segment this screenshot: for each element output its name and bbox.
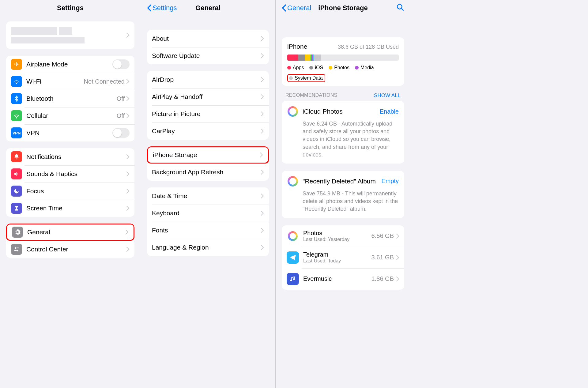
wifi-row[interactable]: Wi-Fi Not Connected	[6, 73, 134, 90]
legend-media: Media	[355, 65, 374, 70]
focus-row[interactable]: Focus	[6, 183, 134, 200]
chevron-right-icon	[396, 255, 399, 260]
background-refresh-row[interactable]: Background App Refresh	[147, 164, 269, 181]
page-title: Settings	[57, 4, 84, 12]
chevron-right-icon	[261, 170, 264, 175]
chevron-right-icon	[261, 77, 264, 82]
chevron-right-icon	[260, 153, 263, 157]
chevron-right-icon	[261, 245, 264, 250]
legend-system-data: System Data	[287, 74, 325, 82]
cellular-row[interactable]: Cellular Off	[6, 107, 134, 124]
profile-row[interactable]	[6, 21, 134, 49]
app-row-telegram[interactable]: Telegram Last Used: Today 3.61 GB	[282, 247, 404, 268]
chevron-right-icon	[126, 33, 130, 38]
cellular-icon	[11, 110, 22, 121]
chevron-right-icon	[261, 228, 264, 233]
bluetooth-row[interactable]: Bluetooth Off	[6, 90, 134, 107]
nav-general: Settings General	[147, 1, 269, 15]
chevron-right-icon	[261, 211, 264, 216]
language-row[interactable]: Language & Region	[147, 239, 269, 256]
datetime-row[interactable]: Date & Time	[147, 187, 269, 205]
system-group: General Control Center	[6, 224, 134, 258]
chevron-right-icon	[261, 94, 264, 99]
back-button[interactable]: Settings	[147, 4, 177, 12]
about-row[interactable]: About	[147, 30, 269, 47]
telegram-app-icon	[287, 251, 299, 264]
airplane-icon: ✈	[11, 59, 22, 70]
recommendations-header: RECOMMENDATIONS SHOW ALL	[282, 86, 404, 101]
speaker-icon	[11, 168, 22, 179]
hourglass-icon	[11, 203, 22, 214]
profile-group	[6, 21, 134, 49]
evermusic-app-icon	[287, 273, 299, 285]
vpn-row[interactable]: VPN VPN	[6, 124, 134, 141]
vpn-icon: VPN	[11, 127, 22, 138]
keyboard-row[interactable]: Keyboard	[147, 205, 269, 222]
chevron-right-icon	[126, 113, 130, 118]
notifications-group: Notifications Sounds & Haptics Focus Scr…	[6, 148, 134, 217]
app-row-evermusic[interactable]: Evermusic 1.86 GB	[282, 268, 404, 290]
photos-icon	[287, 176, 298, 187]
sounds-row[interactable]: Sounds & Haptics	[6, 165, 134, 183]
bluetooth-icon	[11, 93, 22, 104]
legend-apps: Apps	[287, 65, 304, 70]
legend-ios: iOS	[309, 65, 323, 70]
chevron-right-icon	[396, 277, 399, 281]
pip-row[interactable]: Picture in Picture	[147, 105, 269, 122]
recently-deleted-recommendation[interactable]: "Recently Deleted" Album Empty Save 754.…	[282, 171, 404, 218]
notifications-row[interactable]: Notifications	[6, 148, 134, 165]
photos-icon	[287, 106, 298, 117]
svg-point-1	[16, 117, 17, 118]
airdrop-group: AirDrop AirPlay & Handoff Picture in Pic…	[147, 71, 269, 140]
bell-icon	[11, 151, 22, 162]
vpn-toggle[interactable]	[112, 128, 130, 138]
wifi-icon	[11, 76, 22, 87]
controlcenter-row[interactable]: Control Center	[6, 241, 134, 258]
chevron-right-icon	[396, 234, 399, 239]
show-all-link[interactable]: SHOW ALL	[374, 92, 401, 99]
chevron-right-icon	[126, 96, 130, 101]
airplay-row[interactable]: AirPlay & Handoff	[147, 88, 269, 105]
storage-legend: Apps iOS Photos Media System Data	[287, 65, 399, 82]
app-row-photos[interactable]: Photos Last Used: Yesterday 6.56 GB	[282, 225, 404, 247]
chevron-right-icon	[126, 230, 129, 235]
chevron-right-icon	[126, 79, 130, 84]
connectivity-group: ✈ Airplane Mode Wi-Fi Not Connected Blue…	[6, 56, 134, 141]
chevron-right-icon	[261, 194, 264, 198]
svg-point-2	[15, 247, 16, 249]
svg-rect-5	[14, 250, 17, 251]
chevron-right-icon	[261, 111, 264, 116]
chevron-right-icon	[261, 129, 264, 134]
fonts-row[interactable]: Fonts	[147, 222, 269, 239]
chevron-right-icon	[126, 247, 130, 252]
chevron-right-icon	[126, 206, 130, 211]
airplane-mode-row[interactable]: ✈ Airplane Mode	[6, 56, 134, 73]
page-title: iPhone Storage	[318, 4, 368, 12]
iphone-storage-row[interactable]: iPhone Storage	[147, 146, 269, 164]
airplane-toggle[interactable]	[112, 59, 130, 69]
airdrop-row[interactable]: AirDrop	[147, 71, 269, 88]
nav-settings: Settings	[6, 1, 134, 15]
software-update-row[interactable]: Software Update	[147, 47, 269, 64]
sliders-icon	[11, 244, 22, 255]
search-icon[interactable]	[396, 3, 404, 13]
input-group: Date & Time Keyboard Fonts Language & Re…	[147, 187, 269, 256]
storage-used-text: 38.6 GB of 128 GB Used	[338, 44, 399, 50]
chevron-right-icon	[126, 154, 130, 159]
empty-link[interactable]: Empty	[381, 178, 399, 185]
back-button[interactable]: General	[282, 4, 311, 12]
icloud-photos-recommendation[interactable]: iCloud Photos Enable Save 6.24 GB - Auto…	[282, 101, 404, 164]
moon-icon	[11, 186, 22, 197]
chevron-right-icon	[261, 36, 264, 41]
about-group: About Software Update	[147, 30, 269, 64]
svg-point-4	[17, 250, 18, 251]
page-title: General	[195, 4, 221, 12]
legend-photos: Photos	[329, 65, 349, 70]
carplay-row[interactable]: CarPlay	[147, 122, 269, 140]
screentime-row[interactable]: Screen Time	[6, 200, 134, 217]
enable-link[interactable]: Enable	[380, 108, 399, 115]
storage-bar	[287, 55, 399, 61]
device-name: iPhone	[287, 43, 307, 50]
general-row[interactable]: General	[6, 224, 134, 241]
gear-icon	[12, 227, 23, 238]
